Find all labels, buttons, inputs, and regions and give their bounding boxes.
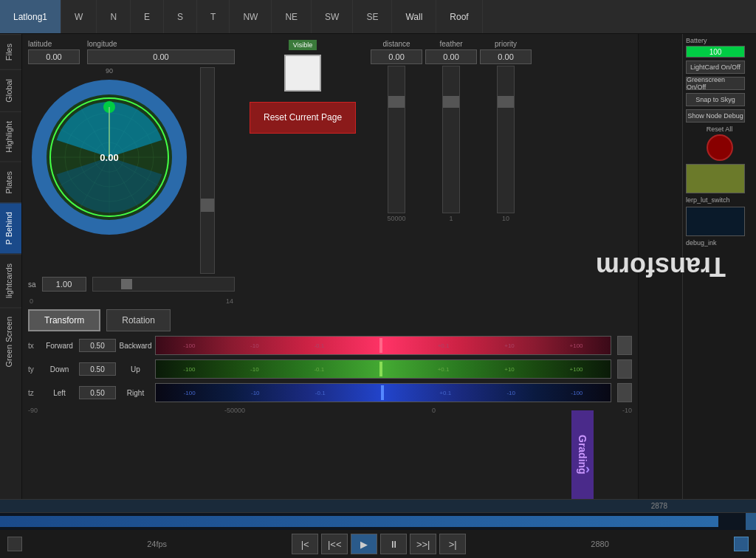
sidebar-item-pbehind[interactable]: P Behind	[0, 202, 21, 253]
transport-right-handle[interactable]	[734, 537, 749, 551]
tz-row: tz Left Right -100 -10 -0.1 +0.1 -10 -10…	[28, 383, 632, 402]
rotation-tab[interactable]: Rotation	[106, 309, 171, 331]
feather-input[interactable]	[425, 49, 477, 64]
timeline-blue-bar	[0, 516, 718, 528]
tz-value-input[interactable]	[79, 386, 116, 399]
tab-t[interactable]: T	[197, 0, 230, 33]
ty-label: ty	[28, 365, 40, 373]
bottom-area: 2878 24fps |< |<< ▶ ⏸ >>| >| 2880	[0, 499, 756, 558]
lat-scale-label: 90	[106, 67, 113, 75]
tab-s[interactable]: S	[164, 0, 197, 33]
center-content: latitude longitude 90 0.00	[22, 34, 638, 499]
sidebar-item-lightcards[interactable]: lightcards	[0, 254, 21, 307]
sa-value-input[interactable]	[42, 277, 86, 292]
transport-forward[interactable]: >>|	[410, 534, 436, 554]
distance-slider[interactable]	[388, 66, 405, 213]
tz-right-handle[interactable]	[617, 383, 632, 402]
grading-arrow[interactable]: ›	[585, 461, 590, 477]
timeline-bar: 2878	[0, 500, 756, 513]
priority-slider[interactable]	[497, 66, 515, 213]
tab-roof[interactable]: Roof	[436, 0, 482, 33]
battery-label: Battery	[686, 37, 707, 44]
snap-button[interactable]: Snap to Skyg	[686, 93, 745, 106]
tz-label: tz	[28, 389, 40, 397]
sidebar-item-global[interactable]: Global	[0, 69, 21, 111]
feather-label: feather	[439, 40, 462, 48]
transport-skip-end[interactable]: >|	[439, 534, 466, 554]
visible-button[interactable]: Visible	[289, 40, 317, 50]
transform-rotation-tabs: Transform Rotation	[28, 309, 632, 331]
distance-col: distance 50000	[371, 40, 422, 222]
ty-value-input[interactable]	[79, 362, 116, 376]
lut-swatch[interactable]	[686, 164, 745, 193]
tab-se[interactable]: SE	[353, 0, 392, 33]
left-v-slider-1[interactable]	[200, 67, 215, 274]
dial-value: 0.00	[100, 152, 118, 163]
sidebar-item-files[interactable]: Files	[0, 34, 21, 69]
tx-forward-label: Forward	[43, 342, 76, 350]
transport-play[interactable]: ▶	[351, 534, 377, 554]
dial-container[interactable]: 0.00	[28, 76, 190, 238]
node-debug-button[interactable]: Show Node Debug	[686, 109, 745, 123]
bottom-distance-val: -50000	[224, 407, 245, 414]
ty-slider-track[interactable]: -100 -10 -0.1 +0.1 +10 +100	[155, 359, 611, 379]
right-transform-panel: Transform	[638, 34, 682, 499]
priority-label: priority	[495, 40, 517, 48]
ty-row: ty Down Up -100 -10 -0.1 +0.1 +10 +100	[28, 359, 632, 379]
transport-left-handle[interactable]	[7, 537, 22, 551]
sidebar-item-greenscreen[interactable]: Green Screen	[0, 307, 21, 376]
distance-label: distance	[382, 40, 410, 48]
tab-w[interactable]: W	[61, 0, 97, 33]
tab-latlong1[interactable]: Latlong1	[0, 0, 61, 33]
tz-slider-track[interactable]: -100 -10 -0.1 +0.1 -10 -100	[155, 383, 611, 402]
feather-col: feather 1	[425, 40, 477, 222]
priority-input[interactable]	[480, 49, 532, 64]
tx-value-input[interactable]	[79, 339, 116, 352]
distance-input[interactable]	[371, 49, 422, 64]
tx-right-handle[interactable]	[617, 336, 632, 355]
priority-min: 10	[502, 215, 509, 222]
reset-all-button[interactable]	[707, 134, 733, 161]
sidebar-item-plates[interactable]: Plates	[0, 162, 21, 203]
grading-panel[interactable]: Grading	[571, 410, 594, 499]
timeline-scrollbar[interactable]	[746, 513, 756, 531]
sidebar-item-highlight[interactable]: Highlight	[0, 111, 21, 162]
feather-slider[interactable]	[442, 66, 460, 213]
bottom-priority-val: -10	[622, 407, 632, 414]
latitude-input[interactable]	[28, 49, 80, 64]
transport-skip-start[interactable]: |<	[292, 534, 318, 554]
greenscreen-button[interactable]: Greenscreen On/Off	[686, 77, 745, 90]
tz-backward-label: Right	[119, 389, 152, 397]
ty-right-handle[interactable]	[617, 359, 632, 379]
tab-n[interactable]: N	[97, 0, 131, 33]
transform-tab[interactable]: Transform	[28, 309, 100, 331]
debug-label: debug_ink	[686, 239, 753, 247]
bottom-left-val: -90	[28, 407, 38, 414]
tab-ne[interactable]: NE	[272, 0, 312, 33]
tab-sw[interactable]: SW	[312, 0, 353, 33]
battery-bar: 100	[686, 46, 745, 58]
longitude-input[interactable]	[87, 49, 235, 64]
sa-slider[interactable]	[92, 277, 235, 292]
transport-rewind[interactable]: |<<	[321, 534, 348, 554]
left-vertical-sliders	[196, 67, 219, 274]
ty-forward-label: Down	[43, 365, 76, 373]
tx-slider-track[interactable]: -100 -10 -0.1 +0.1 +10 +100	[155, 336, 611, 355]
reset-all-group: Reset All	[686, 125, 753, 161]
visible-box	[284, 55, 321, 92]
tz-forward-label: Left	[43, 389, 76, 397]
longitude-group: longitude	[87, 40, 235, 64]
left-sidebar: Files Global Highlight Plates P Behind l…	[0, 34, 22, 499]
timeline-track[interactable]	[0, 513, 756, 531]
tab-e[interactable]: E	[131, 0, 164, 33]
sa-row: sa	[28, 277, 235, 292]
dfp-area: distance 50000 feather 1	[371, 40, 532, 222]
latitude-label: latitude	[28, 40, 80, 48]
transport-pause[interactable]: ⏸	[380, 534, 407, 554]
lightcard-button[interactable]: LightCard On/Off	[686, 61, 745, 74]
bottom-feather-val: 0	[432, 407, 436, 414]
tab-wall[interactable]: Wall	[392, 0, 436, 33]
reset-current-page-button[interactable]: Reset Current Page	[250, 102, 356, 134]
debug-swatch[interactable]	[686, 207, 745, 236]
tab-nw[interactable]: NW	[230, 0, 272, 33]
